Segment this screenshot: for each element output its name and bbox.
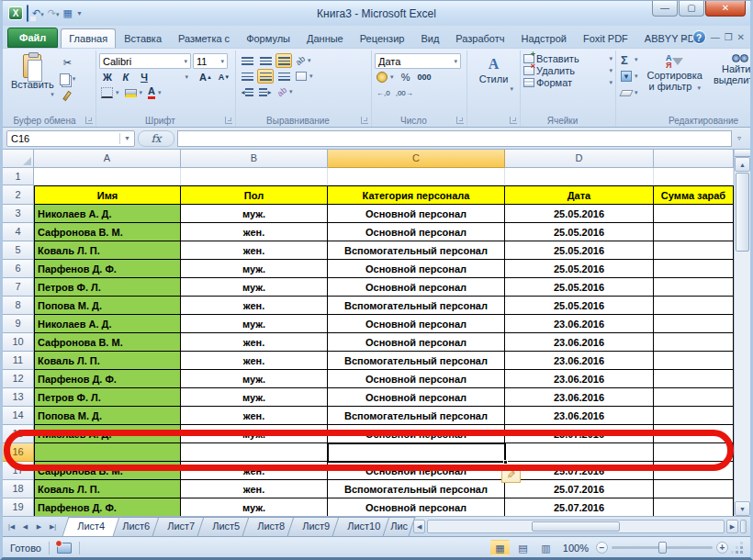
row-header-3[interactable]: 3 — [3, 205, 34, 223]
tab-file[interactable]: Файл — [7, 28, 58, 48]
italic-button[interactable]: К — [118, 70, 134, 84]
row-header-12[interactable]: 12 — [3, 370, 34, 388]
row-header-11[interactable]: 11 — [3, 352, 34, 370]
number-dialog-launcher-icon[interactable] — [456, 117, 464, 124]
styles-dialog-launcher-icon[interactable] — [510, 117, 517, 124]
excel-logo-icon[interactable]: X — [8, 6, 23, 20]
fill-color-button[interactable]: ▾ — [123, 85, 145, 100]
format-painter-button[interactable] — [58, 88, 78, 103]
cell-C12[interactable]: Основной персонал — [328, 370, 505, 388]
qat-custom-button[interactable]: ▦ — [62, 7, 72, 19]
cell-B2[interactable]: Пол — [181, 185, 328, 205]
first-sheet-button[interactable]: |◀ — [6, 523, 17, 531]
row-header-6[interactable]: 6 — [3, 260, 34, 278]
scroll-down-button[interactable]: ▼ — [735, 501, 750, 516]
cell-C10[interactable]: Основной персонал — [328, 333, 505, 352]
cell-C2[interactable]: Категория персонала — [328, 185, 505, 205]
tab-data[interactable]: Данные — [298, 28, 352, 48]
cell-E2[interactable]: Сумма зараб — [654, 185, 734, 205]
fill-button[interactable]: ▼▾ — [619, 69, 640, 84]
cell-B12[interactable]: муж. — [181, 370, 328, 388]
cell-B9[interactable]: муж. — [181, 315, 328, 333]
collapse-ribbon-icon[interactable]: ▵ — [683, 33, 688, 42]
row-header-8[interactable]: 8 — [3, 297, 34, 315]
decrease-indent-button[interactable]: ◂ — [239, 84, 255, 99]
cell-A6[interactable]: Парфенов Д. Ф. — [34, 260, 181, 278]
cell-C3[interactable]: Основной персонал — [328, 205, 505, 223]
cell-A4[interactable]: Сафронова В. М. — [34, 223, 181, 241]
maximize-button[interactable]: ▢ — [679, 1, 704, 17]
prev-sheet-button[interactable]: ◀ — [19, 523, 31, 531]
cell-B5[interactable]: жен. — [181, 241, 328, 260]
clear-button[interactable]: ▾ — [619, 85, 640, 100]
vertical-scroll-thumb[interactable] — [736, 173, 749, 252]
number-format-combo[interactable]: Дата▾ — [375, 53, 461, 69]
cell-D6[interactable]: 25.05.2016 — [505, 260, 654, 278]
row-header-5[interactable]: 5 — [3, 241, 34, 260]
row-header-18[interactable]: 18 — [3, 480, 34, 498]
font-dialog-launcher-icon[interactable] — [225, 117, 232, 124]
expand-formula-bar-icon[interactable]: ▿ — [732, 134, 747, 142]
cell-C8[interactable]: Вспомогательный персонал — [328, 297, 505, 315]
insert-cells-button[interactable]: Вставить▾ — [523, 53, 613, 64]
cell-A13[interactable]: Петров Ф. Л. — [34, 388, 181, 407]
formula-input[interactable] — [177, 130, 732, 147]
resize-grip[interactable] — [732, 543, 743, 554]
cell-E13[interactable] — [654, 388, 734, 407]
cell-B19[interactable]: муж. — [181, 498, 328, 516]
cell-D10[interactable]: 23.06.2016 — [505, 333, 654, 352]
save-button[interactable] — [27, 6, 28, 22]
align-bottom-button[interactable] — [275, 53, 292, 68]
percent-button[interactable]: % — [398, 70, 414, 84]
zoom-slider-thumb[interactable] — [658, 542, 667, 554]
cut-button[interactable]: ✂ — [58, 55, 78, 70]
row-header-4[interactable]: 4 — [3, 223, 34, 241]
workbook-restore-icon[interactable]: ❐ — [725, 32, 733, 43]
cell-D1[interactable] — [505, 168, 654, 185]
orientation-button[interactable]: ab▾ — [294, 53, 313, 68]
column-header-A[interactable]: A — [34, 150, 181, 168]
cell-D8[interactable]: 25.05.2016 — [505, 297, 654, 315]
tab-foxit-pdf[interactable]: Foxit PDF — [575, 28, 636, 48]
row-header-9[interactable]: 9 — [3, 315, 34, 333]
tab-developer[interactable]: Разработч — [447, 28, 512, 48]
tab-page-layout[interactable]: Разметка с — [170, 28, 238, 48]
cell-A10[interactable]: Сафронова В. М. — [34, 333, 181, 352]
cell-D2[interactable]: Дата — [505, 185, 654, 205]
row-header-7[interactable]: 7 — [3, 278, 34, 297]
borders-button[interactable]: ▾ — [99, 85, 121, 100]
cell-C4[interactable]: Основной персонал — [328, 223, 505, 241]
column-header-C[interactable]: C — [328, 150, 505, 168]
cell-A12[interactable]: Парфенов Д. Ф. — [34, 370, 181, 388]
font-color-button[interactable]: А▾ — [146, 85, 163, 100]
copy-button[interactable]: ▾ — [58, 72, 78, 86]
cell-E4[interactable] — [654, 223, 734, 241]
cell-C18[interactable]: Вспомогательный персонал — [328, 480, 505, 498]
row-header-2[interactable]: 2 — [3, 185, 34, 205]
minimize-button[interactable]: — — [652, 1, 678, 17]
tab-add-ins[interactable]: Надстрой — [513, 28, 575, 48]
grow-font-button[interactable]: А▲ — [197, 70, 214, 84]
tab-formulas[interactable]: Формулы — [238, 28, 298, 48]
redo-dropdown-icon[interactable]: ▾ — [56, 11, 60, 17]
format-cells-button[interactable]: Формат▾ — [523, 77, 613, 88]
cell-A1[interactable] — [34, 168, 181, 185]
sheet-tab-1[interactable]: Лист4 — [62, 517, 120, 536]
align-top-button[interactable] — [239, 53, 255, 68]
cell-A19[interactable]: Парфенов Д. Ф. — [34, 498, 181, 516]
cell-D12[interactable]: 23.06.2016 — [505, 370, 654, 388]
scroll-right-button[interactable]: ▶ — [726, 520, 738, 533]
cell-D4[interactable]: 25.05.2016 — [505, 223, 654, 241]
cell-D11[interactable]: 23.06.2016 — [505, 352, 654, 370]
horizontal-scroll-thumb[interactable] — [532, 521, 621, 532]
cell-D5[interactable]: 25.05.2016 — [505, 241, 654, 260]
cell-A8[interactable]: Попова М. Д. — [34, 297, 181, 315]
workbook-minimize-icon[interactable]: — — [711, 32, 720, 43]
undo-dropdown-icon[interactable]: ▾ — [40, 11, 44, 17]
select-all-corner[interactable] — [3, 150, 34, 168]
cell-B11[interactable]: жен. — [181, 352, 328, 370]
macro-record-icon[interactable] — [57, 543, 72, 554]
page-break-view-button[interactable]: ▥ — [536, 540, 556, 555]
cell-E1[interactable] — [654, 168, 734, 185]
wrap-text-button[interactable]: ab▾ — [275, 84, 295, 99]
